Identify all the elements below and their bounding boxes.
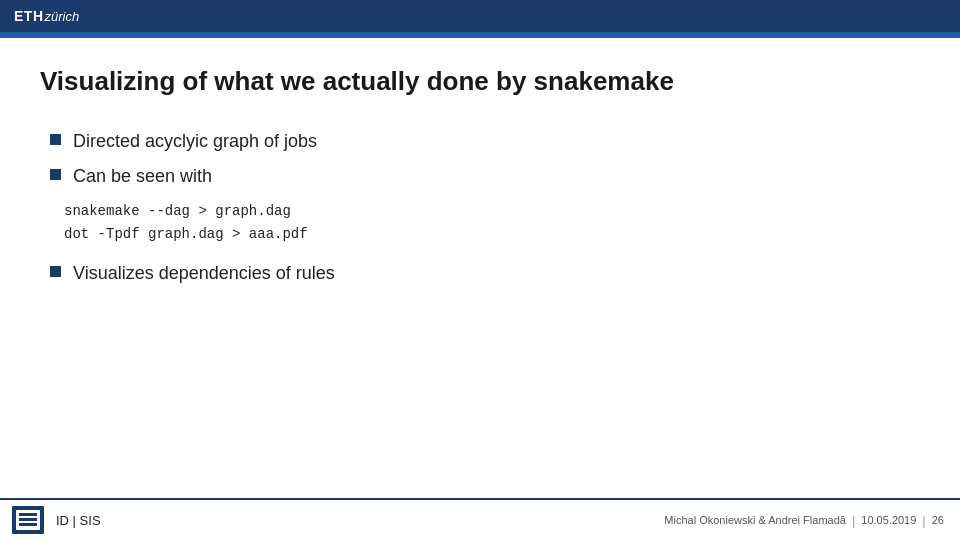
eth-logo: ETH zürich xyxy=(14,8,79,24)
main-content: Visualizing of what we actually done by … xyxy=(0,38,960,316)
footer-divider-1: | xyxy=(852,513,855,528)
list-item: Visualizes dependencies of rules xyxy=(50,261,920,286)
svg-rect-4 xyxy=(19,523,37,526)
eth-bold-text: ETH xyxy=(14,8,44,24)
code-line-2: dot -Tpdf graph.dag > aaa.pdf xyxy=(64,223,920,247)
header-bar: ETH zürich xyxy=(0,0,960,32)
code-block: snakemake --dag > graph.dag dot -Tpdf gr… xyxy=(64,200,920,248)
footer: ID | SIS Michal Okoniewski & Andrei Flam… xyxy=(0,498,960,540)
eth-zurich-text: zürich xyxy=(45,9,80,24)
list-item: Can be seen with xyxy=(50,164,920,189)
crest-icon xyxy=(12,506,44,534)
code-line-1: snakemake --dag > graph.dag xyxy=(64,200,920,224)
slide-title: Visualizing of what we actually done by … xyxy=(40,66,920,97)
footer-divider-2: | xyxy=(922,513,925,528)
bullet-text-1: Directed acyclyic graph of jobs xyxy=(73,129,317,154)
bullet-list: Directed acyclyic graph of jobs Can be s… xyxy=(50,129,920,189)
footer-logo xyxy=(10,506,46,534)
list-item: Directed acyclyic graph of jobs xyxy=(50,129,920,154)
footer-right: Michal Okoniewski & Andrei Flamadă | 10.… xyxy=(664,513,944,528)
footer-authors: Michal Okoniewski & Andrei Flamadă xyxy=(664,514,846,526)
footer-date: 10.05.2019 xyxy=(861,514,916,526)
footer-page: 26 xyxy=(932,514,944,526)
bullet-icon xyxy=(50,134,61,145)
svg-rect-2 xyxy=(19,513,37,516)
footer-label: ID | SIS xyxy=(56,513,101,528)
bullet-icon xyxy=(50,266,61,277)
bullet-text-2: Can be seen with xyxy=(73,164,212,189)
bullet-list-2: Visualizes dependencies of rules xyxy=(50,261,920,286)
bullet-icon xyxy=(50,169,61,180)
bullet-text-3: Visualizes dependencies of rules xyxy=(73,261,335,286)
svg-rect-3 xyxy=(19,518,37,521)
